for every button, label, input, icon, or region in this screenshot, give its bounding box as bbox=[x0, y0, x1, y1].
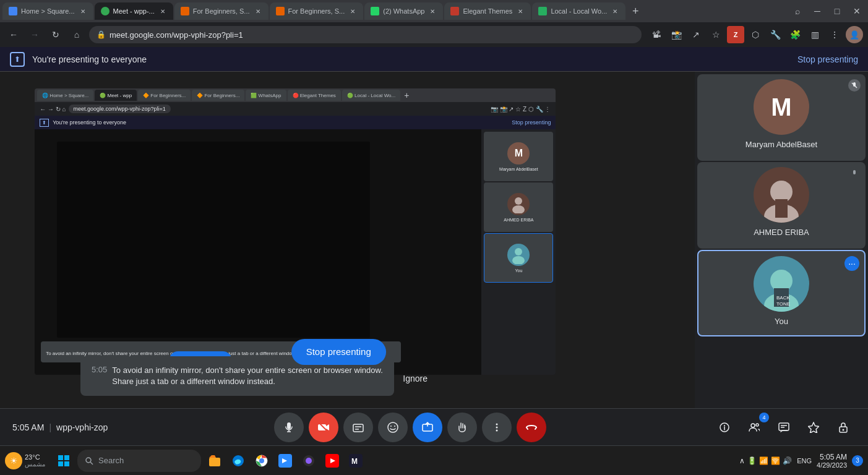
inner-presenting-banner: ⬆ You're presenting to everyone Stop pre… bbox=[35, 116, 556, 129]
weather-temp: 23°C bbox=[25, 453, 45, 461]
present-button[interactable] bbox=[413, 413, 442, 442]
taskbar-chrome[interactable] bbox=[251, 450, 273, 472]
svg-point-22 bbox=[390, 426, 392, 427]
raise-hand-button[interactable] bbox=[447, 413, 477, 442]
share-icon[interactable]: ↗ bbox=[687, 26, 705, 43]
taskbar-zoom[interactable] bbox=[274, 450, 296, 472]
reload-button[interactable]: ↻ bbox=[47, 26, 64, 43]
menu-icon[interactable]: ⋮ bbox=[826, 26, 843, 43]
svg-text:M: M bbox=[351, 457, 358, 466]
url-text: meet.google.com/wpp-vphi-zop?pli=1 bbox=[110, 30, 243, 40]
tray-icon-up[interactable]: ∧ bbox=[739, 456, 745, 465]
svg-rect-41 bbox=[58, 461, 63, 466]
tab-whatsapp[interactable]: (2) WhatsApp ✕ bbox=[364, 2, 443, 20]
activities-button[interactable] bbox=[801, 415, 826, 440]
clock[interactable]: 5:05 AM 4/29/2023 bbox=[817, 453, 847, 469]
bookmark-icon[interactable]: ☆ bbox=[707, 26, 724, 43]
tab-title-local: Local - Local Wo... bbox=[551, 7, 607, 15]
tray-icon-battery: 🔋 bbox=[747, 456, 757, 465]
svg-point-21 bbox=[388, 422, 398, 432]
participant-card-maryam: M Maryam AbdelBaset bbox=[697, 74, 866, 161]
tab-search-button[interactable]: ⌕ bbox=[789, 2, 806, 20]
tab-local[interactable]: Local - Local Wo... ✕ bbox=[532, 2, 625, 20]
svg-point-25 bbox=[496, 423, 497, 425]
tab-close-beginners1[interactable]: ✕ bbox=[254, 7, 262, 15]
you-name: You bbox=[703, 317, 859, 326]
warning-time: 5:05 bbox=[92, 365, 107, 374]
extension2-icon[interactable]: 🔧 bbox=[767, 26, 784, 43]
inner-tab-home: 🌐 Home > Square... bbox=[37, 90, 93, 101]
taskbar-youtube[interactable] bbox=[321, 450, 343, 472]
more-options-you[interactable]: ··· bbox=[844, 256, 859, 271]
leave-call-button[interactable] bbox=[517, 413, 546, 442]
inner-stop-btn: Stop presenting bbox=[512, 119, 551, 126]
taskbar-app7[interactable]: M bbox=[345, 450, 367, 472]
notification-badge[interactable]: 3 bbox=[852, 455, 863, 466]
tray-icon-wifi: 🛜 bbox=[771, 456, 780, 465]
tray-icon-sound: 🔊 bbox=[783, 456, 792, 465]
profile-icon[interactable]: 👤 bbox=[846, 26, 863, 43]
svg-point-48 bbox=[259, 458, 264, 463]
screenshot-icon[interactable]: 📸 bbox=[668, 26, 685, 43]
tab-favicon-whatsapp bbox=[371, 7, 379, 15]
tab-close-local[interactable]: ✕ bbox=[611, 7, 619, 15]
sidebar-icon[interactable]: ▥ bbox=[806, 26, 823, 43]
ignore-button[interactable]: Ignore bbox=[403, 374, 428, 383]
tab-home[interactable]: Home > Square... ✕ bbox=[2, 2, 93, 20]
zotero-icon[interactable]: Z bbox=[727, 26, 744, 43]
minimize-button[interactable]: ─ bbox=[809, 2, 826, 20]
taskbar-file-explorer[interactable] bbox=[204, 450, 226, 472]
maximize-button[interactable]: □ bbox=[828, 2, 846, 20]
url-bar[interactable]: 🔒 meet.google.com/wpp-vphi-zop?pli=1 bbox=[89, 26, 642, 43]
forward-button[interactable]: → bbox=[26, 26, 43, 43]
stop-presenting-popup[interactable]: Stop presenting bbox=[291, 339, 386, 365]
svg-marker-36 bbox=[809, 422, 819, 433]
svg-point-26 bbox=[496, 426, 497, 428]
screencast-icon[interactable]: 📽 bbox=[648, 26, 665, 43]
home-button[interactable]: ⌂ bbox=[68, 26, 85, 43]
svg-point-1 bbox=[512, 205, 525, 213]
presenting-text: You're presenting to everyone bbox=[32, 54, 790, 64]
new-tab-button[interactable]: + bbox=[627, 2, 644, 20]
chat-button[interactable] bbox=[771, 415, 796, 440]
toolbar-icons: 📽 📸 ↗ ☆ Z ⬡ 🔧 🧩 ▥ ⋮ 👤 bbox=[648, 26, 863, 43]
tab-meet[interactable]: Meet - wpp-... ✕ bbox=[95, 2, 173, 20]
svg-point-23 bbox=[394, 426, 395, 427]
captions-button[interactable] bbox=[343, 413, 373, 442]
start-button[interactable] bbox=[53, 450, 75, 472]
stop-popup-text: Stop presenting bbox=[306, 346, 371, 357]
taskbar-edge[interactable] bbox=[227, 450, 249, 472]
inner-tab-local: 🟢 Local - Local Wo... bbox=[342, 90, 400, 101]
people-button[interactable]: 4 bbox=[742, 415, 767, 440]
more-options-button[interactable] bbox=[482, 413, 512, 442]
tab-title-beginners2: For Beginners, S... bbox=[288, 7, 345, 15]
taskbar-obs[interactable] bbox=[298, 450, 320, 472]
cam-button[interactable] bbox=[309, 413, 338, 442]
weather-info: 23°C مشمس bbox=[25, 453, 45, 468]
maryam-avatar: M bbox=[754, 79, 809, 135]
extension1-icon[interactable]: ⬡ bbox=[747, 26, 764, 43]
ahmed-avatar-container bbox=[702, 167, 861, 223]
puzzle-icon[interactable]: 🧩 bbox=[786, 26, 804, 43]
info-button[interactable] bbox=[712, 415, 737, 440]
svg-point-43 bbox=[86, 458, 91, 463]
lock-button[interactable] bbox=[831, 415, 856, 440]
tab-close-whatsapp[interactable]: ✕ bbox=[428, 7, 437, 15]
stop-presenting-button[interactable]: Stop presenting bbox=[797, 54, 858, 64]
mic-button[interactable] bbox=[274, 413, 304, 442]
tab-close-elegant[interactable]: ✕ bbox=[516, 7, 525, 15]
close-button[interactable]: ✕ bbox=[848, 2, 866, 20]
tab-beginners2[interactable]: For Beginners, S... ✕ bbox=[270, 2, 364, 20]
tab-close-beginners2[interactable]: ✕ bbox=[348, 7, 357, 15]
inner-screen-content: To avoid an infinity mirror, don't share… bbox=[35, 129, 481, 374]
back-button[interactable]: ← bbox=[5, 26, 22, 43]
emoji-button[interactable] bbox=[378, 413, 408, 442]
taskbar-search[interactable]: Search bbox=[77, 450, 201, 472]
inner-browser: 🌐 Home > Square... 🟢 Meet - wpp 🔶 For Be… bbox=[35, 88, 556, 374]
tab-close-meet[interactable]: ✕ bbox=[158, 7, 167, 15]
tab-close-home[interactable]: ✕ bbox=[79, 7, 87, 15]
tab-elegant[interactable]: Elegant Themes ✕ bbox=[444, 2, 531, 20]
tab-beginners1[interactable]: For Beginners, S... ✕ bbox=[174, 2, 269, 20]
main-area: 🌐 Home > Square... 🟢 Meet - wpp 🔶 For Be… bbox=[0, 72, 868, 408]
tab-title-home: Home > Square... bbox=[21, 7, 75, 15]
